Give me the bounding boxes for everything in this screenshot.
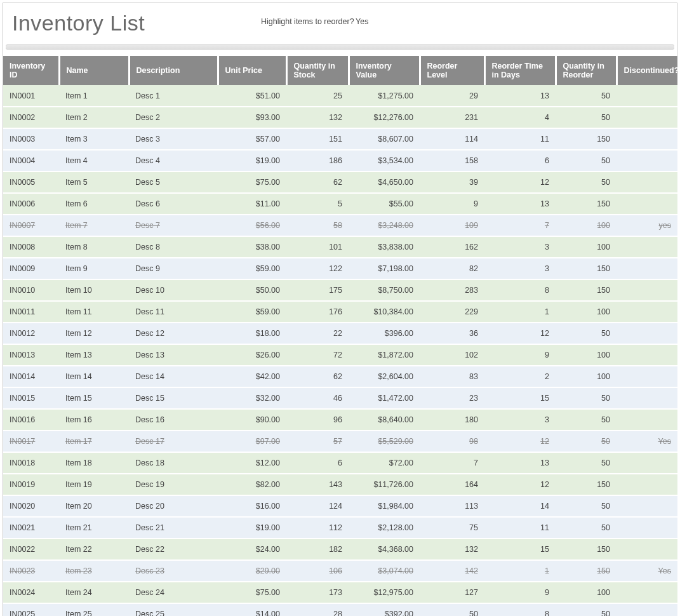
cell-disc[interactable] — [617, 258, 677, 279]
cell-reorder[interactable]: 98 — [420, 431, 484, 452]
cell-disc[interactable] — [617, 323, 677, 344]
cell-desc[interactable]: Desc 21 — [129, 517, 218, 539]
cell-price[interactable]: $56.00 — [218, 215, 286, 236]
cell-value[interactable]: $55.00 — [349, 193, 420, 215]
cell-rtime[interactable]: 7 — [484, 215, 556, 236]
cell-name[interactable]: Item 7 — [59, 215, 129, 236]
cell-disc[interactable] — [617, 344, 677, 366]
cell-id[interactable]: IN0024 — [3, 582, 59, 603]
cell-value[interactable]: $3,838.00 — [349, 236, 420, 258]
col-header-inv-value[interactable]: Inventory Value — [349, 56, 420, 85]
cell-desc[interactable]: Desc 4 — [129, 150, 218, 171]
cell-price[interactable]: $29.00 — [218, 560, 286, 582]
cell-qty[interactable]: 132 — [286, 107, 349, 128]
cell-qty[interactable]: 96 — [286, 409, 349, 431]
table-row[interactable]: IN0025Item 25Desc 25$14.0028$392.0050850 — [3, 603, 677, 616]
cell-price[interactable]: $19.00 — [218, 517, 286, 539]
table-row[interactable]: IN0021Item 21Desc 21$19.00112$2,128.0075… — [3, 517, 677, 539]
cell-rtime[interactable]: 9 — [484, 582, 556, 603]
cell-name[interactable]: Item 25 — [59, 603, 129, 616]
cell-desc[interactable]: Desc 1 — [129, 85, 218, 107]
cell-price[interactable]: $59.00 — [218, 258, 286, 279]
cell-reorder[interactable]: 82 — [420, 258, 484, 279]
cell-disc[interactable]: yes — [617, 215, 677, 236]
table-row[interactable]: IN0009Item 9Desc 9$59.00122$7,198.008231… — [3, 258, 677, 279]
cell-price[interactable]: $51.00 — [218, 85, 286, 107]
cell-qty[interactable]: 112 — [286, 517, 349, 539]
cell-disc[interactable]: Yes — [617, 431, 677, 452]
cell-id[interactable]: IN0023 — [3, 560, 59, 582]
cell-rqty[interactable]: 100 — [556, 582, 617, 603]
cell-desc[interactable]: Desc 10 — [129, 279, 218, 301]
cell-qty[interactable]: 106 — [286, 560, 349, 582]
cell-rqty[interactable]: 150 — [556, 560, 617, 582]
cell-rqty[interactable]: 150 — [556, 258, 617, 279]
cell-id[interactable]: IN0006 — [3, 193, 59, 215]
cell-id[interactable]: IN0008 — [3, 236, 59, 258]
cell-name[interactable]: Item 13 — [59, 344, 129, 366]
cell-qty[interactable]: 28 — [286, 603, 349, 616]
cell-rqty[interactable]: 100 — [556, 301, 617, 323]
cell-reorder[interactable]: 142 — [420, 560, 484, 582]
cell-id[interactable]: IN0017 — [3, 431, 59, 452]
cell-desc[interactable]: Desc 16 — [129, 409, 218, 431]
cell-value[interactable]: $8,750.00 — [349, 279, 420, 301]
cell-reorder[interactable]: 83 — [420, 366, 484, 387]
cell-desc[interactable]: Desc 17 — [129, 431, 218, 452]
cell-rqty[interactable]: 50 — [556, 431, 617, 452]
cell-rtime[interactable]: 15 — [484, 387, 556, 409]
cell-value[interactable]: $10,384.00 — [349, 301, 420, 323]
table-row[interactable]: IN0014Item 14Desc 14$42.0062$2,604.00832… — [3, 366, 677, 387]
cell-rqty[interactable]: 150 — [556, 539, 617, 560]
table-row[interactable]: IN0006Item 6Desc 6$11.005$55.00913150 — [3, 193, 677, 215]
cell-rtime[interactable]: 8 — [484, 603, 556, 616]
cell-name[interactable]: Item 15 — [59, 387, 129, 409]
cell-id[interactable]: IN0022 — [3, 539, 59, 560]
cell-reorder[interactable]: 75 — [420, 517, 484, 539]
cell-disc[interactable] — [617, 150, 677, 171]
cell-disc[interactable] — [617, 495, 677, 517]
cell-reorder[interactable]: 229 — [420, 301, 484, 323]
cell-qty[interactable]: 175 — [286, 279, 349, 301]
cell-price[interactable]: $90.00 — [218, 409, 286, 431]
cell-value[interactable]: $12,276.00 — [349, 107, 420, 128]
cell-rqty[interactable]: 100 — [556, 215, 617, 236]
cell-rqty[interactable]: 50 — [556, 517, 617, 539]
cell-disc[interactable] — [617, 452, 677, 474]
cell-desc[interactable]: Desc 8 — [129, 236, 218, 258]
cell-desc[interactable]: Desc 2 — [129, 107, 218, 128]
cell-rtime[interactable]: 3 — [484, 258, 556, 279]
cell-rtime[interactable]: 8 — [484, 279, 556, 301]
cell-rtime[interactable]: 12 — [484, 171, 556, 193]
cell-name[interactable]: Item 9 — [59, 258, 129, 279]
cell-rqty[interactable]: 150 — [556, 279, 617, 301]
cell-disc[interactable] — [617, 387, 677, 409]
cell-disc[interactable]: Yes — [617, 560, 677, 582]
cell-value[interactable]: $2,604.00 — [349, 366, 420, 387]
cell-id[interactable]: IN0013 — [3, 344, 59, 366]
cell-value[interactable]: $8,607.00 — [349, 128, 420, 150]
cell-rqty[interactable]: 50 — [556, 150, 617, 171]
col-header-reorder-lvl[interactable]: Reorder Level — [420, 56, 484, 85]
cell-price[interactable]: $59.00 — [218, 301, 286, 323]
cell-desc[interactable]: Desc 22 — [129, 539, 218, 560]
cell-name[interactable]: Item 14 — [59, 366, 129, 387]
col-header-name[interactable]: Name — [59, 56, 129, 85]
table-row[interactable]: IN0016Item 16Desc 16$90.0096$8,640.00180… — [3, 409, 677, 431]
cell-desc[interactable]: Desc 25 — [129, 603, 218, 616]
cell-disc[interactable] — [617, 193, 677, 215]
table-row[interactable]: IN0013Item 13Desc 13$26.0072$1,872.00102… — [3, 344, 677, 366]
cell-disc[interactable] — [617, 539, 677, 560]
cell-qty[interactable]: 46 — [286, 387, 349, 409]
cell-rtime[interactable]: 12 — [484, 323, 556, 344]
cell-name[interactable]: Item 16 — [59, 409, 129, 431]
cell-id[interactable]: IN0020 — [3, 495, 59, 517]
cell-name[interactable]: Item 12 — [59, 323, 129, 344]
cell-id[interactable]: IN0012 — [3, 323, 59, 344]
cell-rqty[interactable]: 50 — [556, 495, 617, 517]
cell-value[interactable]: $3,248.00 — [349, 215, 420, 236]
cell-price[interactable]: $18.00 — [218, 323, 286, 344]
cell-qty[interactable]: 62 — [286, 366, 349, 387]
cell-disc[interactable] — [617, 582, 677, 603]
cell-id[interactable]: IN0016 — [3, 409, 59, 431]
